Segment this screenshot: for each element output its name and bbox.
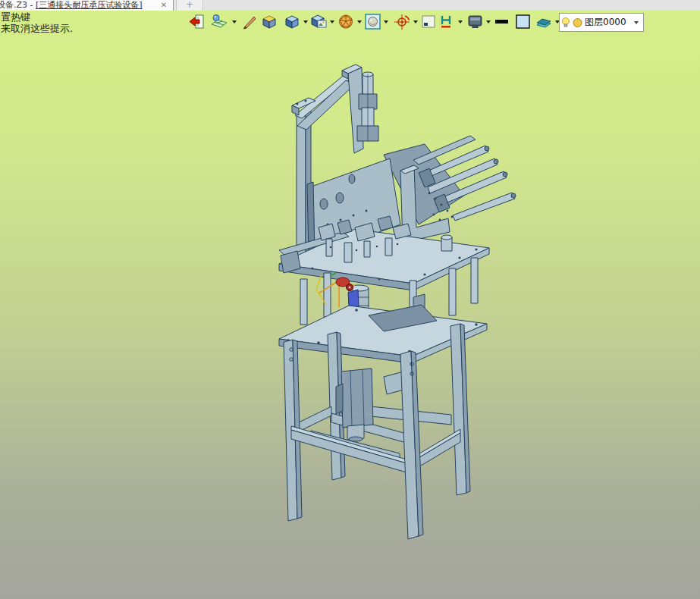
render-mode-icon[interactable]: [211, 13, 229, 31]
cube-icon[interactable]: [284, 13, 302, 31]
textured-cube-icon[interactable]: [310, 13, 328, 31]
textured-cube-dropdown[interactable]: [330, 20, 334, 24]
tab-bar: 设备.Z3 - [三通接头耐压承压试验设备] ✕ +: [0, 0, 700, 11]
wireframe-sphere-icon[interactable]: [337, 13, 356, 31]
document-tab-title: 设备.Z3 - [三通接头耐压承压试验设备]: [0, 0, 143, 11]
wireframe-sphere-dropdown[interactable]: [357, 20, 362, 24]
line-width-icon[interactable]: [493, 13, 511, 31]
layer-dropdown-icon[interactable]: [634, 21, 639, 24]
rotate-target-icon[interactable]: [394, 13, 412, 31]
hint-line-1: 置热键: [1, 12, 73, 24]
bulb-icon: [560, 16, 572, 30]
hint-text: 置热键 来取消这些提示.: [1, 12, 73, 34]
document-tab[interactable]: 设备.Z3 - [三通接头耐压承压试验设备] ✕: [0, 0, 174, 11]
layer-color-icon: [572, 17, 583, 29]
brush-icon[interactable]: [241, 13, 259, 31]
monitor-dropdown[interactable]: [486, 20, 491, 24]
monitor-icon[interactable]: [466, 13, 485, 31]
color-swatch-icon[interactable]: [514, 13, 532, 31]
viewport-3d[interactable]: 置热键 来取消这些提示.: [0, 11, 700, 599]
text-height-dropdown[interactable]: [458, 20, 463, 24]
corner-box-icon[interactable]: [420, 13, 438, 31]
rotate-target-dropdown[interactable]: [413, 20, 418, 24]
exit-icon[interactable]: [188, 13, 206, 31]
sphere-preview-dropdown[interactable]: [384, 20, 388, 24]
render-mode-dropdown[interactable]: [232, 20, 237, 24]
tab-close-icon[interactable]: ✕: [159, 0, 169, 11]
shaded-box-icon[interactable]: [261, 13, 279, 31]
cad-model[interactable]: [279, 64, 516, 539]
sphere-preview-icon[interactable]: [364, 13, 382, 31]
layer-name: 图层0000: [585, 16, 634, 29]
layers-icon[interactable]: [535, 13, 554, 31]
cad-model-canvas[interactable]: [0, 11, 700, 599]
cube-dropdown[interactable]: [303, 20, 308, 24]
cad-application-window: 设备.Z3 - [三通接头耐压承压试验设备] ✕ +: [0, 0, 700, 599]
new-tab-button[interactable]: +: [176, 0, 203, 11]
text-height-icon[interactable]: [438, 13, 457, 31]
layer-selector[interactable]: 图层0000: [559, 13, 644, 32]
hint-line-2: 来取消这些提示.: [1, 24, 73, 35]
